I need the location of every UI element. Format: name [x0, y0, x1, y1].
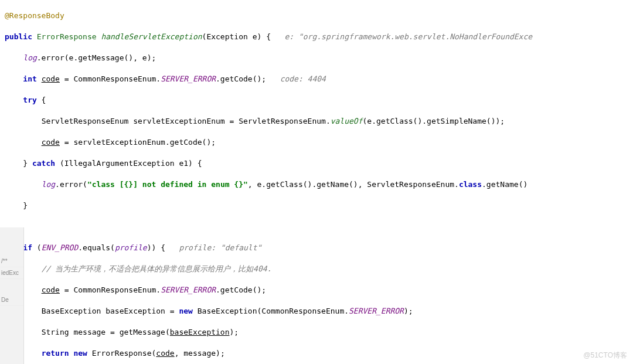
code-editor[interactable]: @ResponseBody public ErrorResponse handl… [0, 0, 633, 364]
kw-public: public [5, 32, 32, 41]
editor-gutter: /** iedExc De [0, 227, 24, 364]
watermark: @51CTO博客 [583, 351, 627, 360]
inline-hint: e: "org.springframework.web.servlet.NoHa… [284, 32, 532, 41]
annotation: @ResponseBody [5, 11, 64, 20]
